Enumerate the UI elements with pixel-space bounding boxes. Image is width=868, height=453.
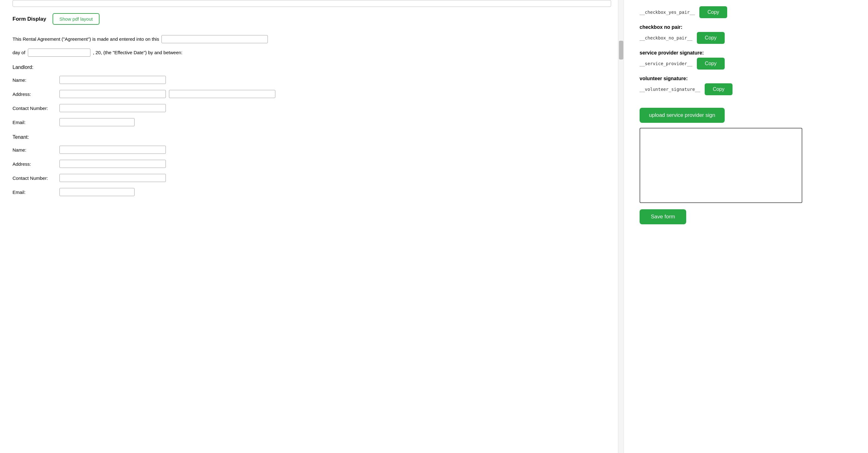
tenant-name-input[interactable]	[59, 146, 166, 154]
landlord-address-input-1[interactable]	[59, 90, 166, 98]
email-label-2: Email:	[12, 188, 56, 196]
service-provider-sig-label: service provider signature:	[640, 50, 852, 56]
checkbox-no-pair-code: __checkbox_no_pair__	[640, 35, 692, 40]
landlord-name-input[interactable]	[59, 76, 166, 84]
checkbox-no-pair-copy-button[interactable]: Copy	[697, 32, 725, 44]
show-pdf-layout-button[interactable]: Show pdf layout	[53, 13, 100, 25]
contact-label-2: Contact Number:	[12, 174, 56, 182]
save-form-button[interactable]: Save form	[640, 209, 686, 224]
volunteer-sig-label: volunteer signature:	[640, 76, 852, 81]
agreement-date-input[interactable]	[161, 35, 268, 43]
checkbox-yes-pair-copy-button[interactable]: Copy	[699, 6, 727, 18]
checkbox-yes-pair-code: __checkbox_yes_pair__	[640, 10, 695, 15]
day-of-input[interactable]	[28, 49, 90, 57]
address-label-2: Address:	[12, 160, 56, 168]
tenant-address-input[interactable]	[59, 160, 166, 168]
name-label-1: Name:	[12, 76, 56, 84]
name-label-2: Name:	[12, 146, 56, 154]
landlord-email-input[interactable]	[59, 118, 134, 126]
checkbox-no-pair-label: checkbox no pair:	[640, 24, 852, 30]
service-provider-sig-copy-button[interactable]: Copy	[697, 58, 725, 69]
address-label-1: Address:	[12, 90, 56, 98]
intro-text-3: , 20, (the "Effective Date") by and betw…	[93, 48, 182, 57]
upload-service-provider-sign-button[interactable]: upload service provider sign	[640, 108, 725, 123]
form-display-title: Form Display	[12, 16, 46, 22]
intro-text-2: day of	[12, 48, 25, 57]
email-label-1: Email:	[12, 118, 56, 126]
volunteer-sig-code: __volunteer_signature__	[640, 87, 700, 92]
landlord-address-input-2[interactable]	[169, 90, 275, 98]
landlord-label: Landlord:	[12, 63, 611, 72]
tenant-label: Tenant:	[12, 133, 611, 142]
tenant-email-input[interactable]	[59, 188, 134, 196]
intro-text-1: This Rental Agreement ("Agreement") is m…	[12, 35, 159, 43]
landlord-contact-input[interactable]	[59, 104, 166, 112]
contact-label-1: Contact Number:	[12, 104, 56, 112]
tenant-contact-input[interactable]	[59, 174, 166, 182]
service-provider-sig-code: __service_provider__	[640, 61, 692, 66]
volunteer-sig-copy-button[interactable]: Copy	[705, 83, 733, 95]
signature-canvas	[640, 128, 802, 203]
